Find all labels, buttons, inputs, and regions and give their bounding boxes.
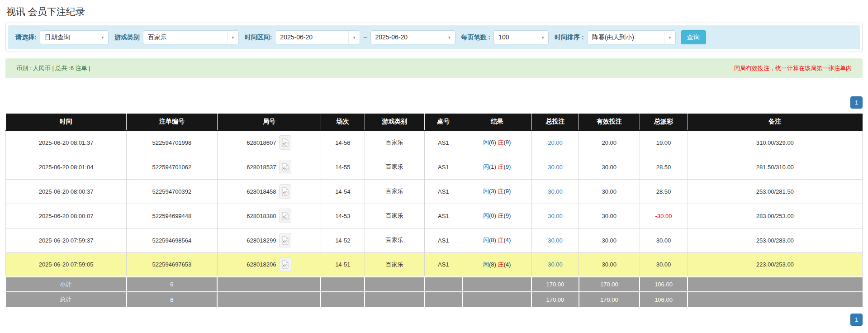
video-record-icon	[282, 163, 289, 171]
cell-valid-bet: 20.00	[579, 130, 640, 155]
summary-bar: 币别 : 人民币 | 总共 :6 注单 | 同局有效投注，统一计算在该局第一张注…	[5, 58, 863, 78]
query-type-select[interactable]: 日期查询 ▾	[40, 30, 109, 44]
cell-payout: 28.50	[640, 179, 688, 204]
col-valid-bet: 有效投注	[579, 114, 640, 130]
cell-game-type: 百家乐	[365, 204, 425, 228]
cell-game-type: 百家乐	[365, 155, 425, 179]
total-bet-link[interactable]: 30.00	[548, 213, 563, 219]
cell-payout: 30.00	[640, 252, 688, 277]
chevron-down-icon[interactable]: ▾	[348, 31, 360, 44]
cell-payout: 19.00	[640, 130, 688, 155]
game-type-label: 游戏类别	[114, 33, 140, 42]
date-to-input[interactable]: 2025-06-20 ▾	[370, 30, 455, 44]
col-bet-id: 注单编号	[127, 114, 218, 130]
cell-bet-id: 522594699448	[127, 204, 218, 228]
date-from-input[interactable]: 2025-06-20 ▾	[275, 30, 360, 44]
filter-panel: 请选择: 日期查询 ▾ 游戏类别 百家乐 ▾ 时间区间: 2025-06-20 …	[5, 23, 863, 52]
search-button[interactable]: 查询	[681, 30, 706, 44]
cell-bet-id: 522594701998	[127, 130, 218, 155]
total-bet-link[interactable]: 30.00	[548, 261, 563, 268]
result-banker: 庄	[498, 163, 503, 170]
page-1-button[interactable]: 1	[850, 96, 863, 109]
table-row: 2025-06-20 08:00:07522594699448628018380…	[6, 204, 863, 228]
cell-table-number: AS1	[425, 252, 462, 277]
sort-order-select[interactable]: 降幂(由大到小) ▾	[587, 30, 676, 44]
page-1-button[interactable]: 1	[850, 314, 863, 326]
cell-game-type: 百家乐	[365, 228, 425, 252]
summary-total-bet: 170.00	[531, 292, 579, 307]
cell-valid-bet: 30.00	[579, 228, 640, 252]
total-bet-link[interactable]: 20.00	[548, 139, 563, 146]
cell-payout: -30.00	[640, 204, 688, 228]
cell-result: 闲(1) 庄(9)	[462, 155, 531, 179]
cell-total-bet: 30.00	[531, 155, 579, 179]
game-type-select[interactable]: 百家乐 ▾	[143, 30, 239, 44]
page-size-select[interactable]: 100 ▾	[493, 30, 549, 44]
col-table-number: 桌号	[425, 114, 462, 130]
cell-round-id: 628018206	[217, 252, 321, 277]
cell-time: 2025-06-20 08:01:37	[6, 130, 127, 155]
cell-note: 253.00/281.50	[688, 179, 862, 204]
cell-valid-bet: 30.00	[579, 155, 640, 179]
table-row: 2025-06-20 07:59:37522594698564628018299…	[6, 228, 863, 252]
sort-order-label: 时间排序 :	[555, 33, 584, 42]
sort-order-value: 降幂(由大到小)	[588, 31, 664, 44]
col-total-bet: 总投注	[531, 114, 579, 130]
pagination-bottom: 1	[5, 314, 863, 326]
video-replay-button[interactable]	[279, 209, 291, 223]
table-summary-row: 小计6170.00170.00106.00	[6, 277, 863, 292]
video-record-icon	[282, 212, 289, 220]
cell-table-number: AS1	[425, 130, 462, 155]
result-banker: 庄	[498, 261, 503, 268]
date-to-value: 2025-06-20	[371, 31, 444, 44]
table-row: 2025-06-20 08:00:37522594700392628018458…	[6, 179, 863, 204]
chevron-down-icon[interactable]: ▾	[227, 31, 238, 44]
page-size-value: 100	[494, 31, 537, 44]
col-round-id: 局号	[217, 114, 321, 130]
cell-result: 闲(0) 庄(9)	[462, 204, 531, 228]
table-header-row: 时间 注单编号 局号 场次 游戏类别 桌号 结果 总投注 有效投注 总派彩 备注	[6, 114, 863, 130]
cell-total-bet: 30.00	[531, 204, 579, 228]
video-record-icon	[282, 236, 289, 245]
cell-result: 闲(8) 庄(4)	[462, 228, 531, 252]
cell-session: 14-51	[321, 252, 365, 277]
video-replay-button[interactable]	[279, 184, 291, 199]
cell-payout: 30.00	[640, 228, 688, 252]
table-row: 2025-06-20 08:01:04522594701062628018537…	[6, 155, 863, 179]
round-id-text: 628018537	[247, 164, 276, 171]
video-replay-button[interactable]	[279, 257, 291, 272]
result-player: 闲	[483, 212, 489, 219]
col-note: 备注	[688, 114, 862, 130]
table-row: 2025-06-20 08:01:37522594701998628018607…	[6, 130, 863, 155]
cell-note: 223.00/253.00	[688, 252, 862, 277]
video-replay-button[interactable]	[279, 233, 291, 247]
summary-count: 6	[127, 277, 218, 292]
cell-game-type: 百家乐	[365, 179, 425, 204]
cell-time: 2025-06-20 07:59:05	[6, 252, 127, 277]
chevron-down-icon[interactable]: ▾	[537, 31, 548, 44]
col-game-type: 游戏类别	[365, 114, 425, 130]
chevron-down-icon[interactable]: ▾	[97, 31, 108, 44]
cell-round-id: 628018607	[217, 130, 321, 155]
cell-payout: 28.50	[640, 155, 688, 179]
video-replay-button[interactable]	[279, 135, 291, 150]
cell-session: 14-53	[321, 204, 365, 228]
cell-time: 2025-06-20 08:01:04	[6, 155, 127, 179]
video-replay-button[interactable]	[279, 160, 291, 174]
cell-total-bet: 30.00	[531, 179, 579, 204]
total-bet-link[interactable]: 30.00	[548, 188, 563, 195]
result-banker: 庄	[498, 139, 503, 146]
cell-time: 2025-06-20 08:00:37	[6, 179, 127, 204]
game-type-value: 百家乐	[143, 31, 227, 44]
chevron-down-icon[interactable]: ▾	[664, 31, 675, 44]
result-banker: 庄	[498, 212, 503, 219]
summary-warning-text: 同局有效投注，统一计算在该局第一张注单内	[734, 64, 852, 72]
video-record-icon	[282, 260, 289, 269]
chevron-down-icon[interactable]: ▾	[444, 31, 455, 44]
total-bet-link[interactable]: 30.00	[548, 164, 563, 171]
total-bet-link[interactable]: 30.00	[548, 237, 563, 244]
cell-note: 283.00/253.00	[688, 204, 862, 228]
result-banker: 庄	[498, 188, 503, 195]
pagination-top: 1	[5, 96, 863, 109]
round-id-text: 628018458	[247, 188, 276, 195]
